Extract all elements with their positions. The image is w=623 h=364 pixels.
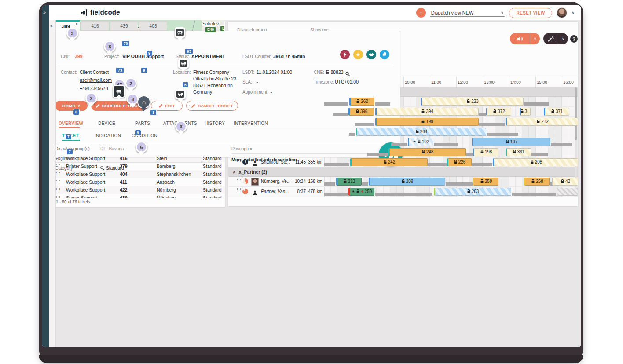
hour-label: 16:00 — [563, 80, 574, 84]
gantt-task-bar[interactable]: ★250 — [348, 188, 374, 196]
gantt-task-bar[interactable] — [557, 188, 578, 196]
road-number-badge: 6 — [182, 82, 189, 88]
engineer-distance: 478 km — [306, 189, 322, 194]
travel-bar — [479, 123, 505, 126]
map-cluster-marker[interactable]: 8 — [104, 40, 116, 52]
map-vehicle-marker[interactable] — [113, 85, 125, 98]
gantt-section-header[interactable]: ∧x_Partner (2) — [228, 167, 578, 177]
chevron-down-icon[interactable]: ∨ — [572, 11, 575, 15]
map-cluster-marker[interactable]: 2 — [125, 77, 137, 89]
gantt-task-bar[interactable]: 199 — [375, 118, 479, 126]
help-icon[interactable]: ? — [570, 35, 578, 43]
gantt-timeline[interactable]: 264 — [324, 127, 578, 137]
ticket-subcategory: Standard — [198, 164, 225, 169]
scrollbar[interactable] — [575, 87, 577, 192]
gantt-task-bar[interactable]: 262 — [349, 98, 374, 106]
map-collapse-strip[interactable]: » — [49, 20, 56, 157]
field-label: Engineer — [55, 157, 73, 161]
ticket-subcategory: Standard — [198, 187, 225, 193]
announce-button[interactable]: ∨ — [510, 33, 540, 44]
hour-label: 12:00 — [458, 80, 468, 84]
gantt-timeline[interactable]: 242226208 — [324, 157, 578, 167]
reset-view-button[interactable]: RESET VIEW — [509, 8, 553, 18]
ticket-row[interactable]: ⋮⋮ Workplace Support 404 Stephanskirchen… — [52, 170, 225, 178]
gantt-task-bar[interactable]: 198 — [473, 148, 498, 156]
gantt-task-bar[interactable]: 394 — [375, 108, 479, 116]
left-collapse-strip[interactable]: » — [42, 5, 49, 347]
map-vehicle-marker[interactable] — [178, 58, 189, 69]
road-number-badge: 93 — [185, 48, 193, 55]
travel-bar — [472, 163, 492, 166]
travel-bar — [391, 143, 407, 146]
gantt-task-bar[interactable]: 264 — [356, 128, 486, 136]
ticket-cni: 411 — [115, 179, 152, 185]
hour-label: 11:00 — [431, 80, 441, 84]
gantt-timeline[interactable]: 21320925826842 — [324, 177, 578, 186]
chevron-down-icon[interactable]: ∨ — [530, 33, 540, 44]
ticket-row[interactable]: ⋮⋮ Workplace Support 411 Ansbach Standar… — [52, 178, 225, 186]
field-value[interactable]: - — [100, 157, 102, 161]
gantt-task-bar[interactable]: 213 — [336, 178, 362, 186]
ticket-row[interactable]: ⋮⋮ Workplace Support 422 Nürnberg Standa… — [52, 186, 225, 194]
gantt-task-bar[interactable]: 371 — [544, 108, 569, 116]
view-select[interactable]: Dispatch view NEW ∨ — [430, 9, 505, 17]
gantt-task-bar[interactable]: 361 — [506, 148, 531, 156]
engineer-start-time: 10:34 — [292, 179, 306, 184]
hour-label: 10:00 — [405, 80, 415, 84]
gantt-task-bar[interactable]: 258 — [473, 178, 498, 186]
gantt-task-bar[interactable]: 197 — [472, 138, 550, 146]
field-label: Category — [55, 166, 73, 171]
map-vehicle-marker[interactable] — [175, 27, 185, 38]
gantt-task-bar[interactable]: 248 — [388, 148, 466, 156]
chevron-down-icon[interactable]: ∨ — [558, 33, 568, 44]
gantt-task-bar[interactable]: 263 — [434, 188, 511, 196]
road-number-badge: 3 — [150, 109, 157, 116]
gantt-task-bar[interactable]: 209 — [369, 178, 445, 186]
gantt-task-bar[interactable]: ★192 — [408, 138, 433, 146]
map-cluster-marker[interactable]: 3 — [66, 27, 78, 39]
map-cluster-marker[interactable]: 3 — [127, 93, 139, 105]
gantt-timeline[interactable]: 262223 — [324, 97, 578, 106]
drag-handle-icon[interactable]: ⋮⋮ — [235, 178, 242, 182]
upload-icon[interactable]: ↑ — [416, 8, 426, 18]
engineer-name[interactable]: Nürnberg, Ve... — [261, 179, 293, 184]
map-vehicle-marker[interactable] — [175, 89, 186, 99]
field-value[interactable]: Standard — [100, 166, 124, 171]
fieldcode-logo: fieldcode — [81, 8, 120, 16]
chevron-up-icon: ∧ — [233, 170, 235, 174]
gantt-task-bar[interactable]: 223 — [421, 98, 524, 106]
gantt-timeline[interactable]: 3963943723...371 — [324, 107, 578, 116]
workload-pie-icon — [242, 189, 248, 194]
gantt-task-bar[interactable]: 3... — [520, 108, 531, 116]
auto-assign-button[interactable]: ∨ — [543, 33, 568, 44]
expand-icon[interactable]: » — [43, 10, 46, 15]
map-cluster-marker[interactable]: 3 — [175, 120, 187, 132]
lock-icon — [520, 109, 524, 113]
expand-icon[interactable]: » — [50, 24, 53, 29]
gantt-task-bar[interactable]: 226 — [447, 158, 472, 166]
search-icon — [100, 166, 104, 170]
ticket-row[interactable]: ⋮⋮ Printer Support 379 Bamberg Standard — [52, 162, 225, 170]
gantt-task-bar[interactable]: 372 — [486, 108, 511, 116]
travel-bar — [466, 153, 473, 156]
map-city-label: Sokolov — [202, 21, 219, 26]
engineer-name[interactable]: Partner, Van... — [261, 189, 293, 194]
gantt-row: ⋮⋮ Nürnberg, Ve... 10:34 168 km 21320925… — [228, 177, 578, 187]
gantt-task-bar[interactable]: 42 — [552, 178, 578, 186]
map-cluster-marker[interactable]: 2 — [85, 92, 97, 104]
gantt-task-bar[interactable]: 208 — [493, 158, 578, 166]
gantt-timeline[interactable]: ★250263 — [324, 187, 578, 197]
lock-icon — [531, 179, 535, 183]
gantt-task-bar[interactable]: 242 — [350, 158, 428, 166]
road-number-badge: 9 — [146, 50, 153, 56]
drag-handle-icon[interactable]: ⋮⋮ — [235, 188, 242, 192]
gantt-task-bar[interactable]: 396 — [348, 108, 374, 116]
travel-bar — [324, 182, 335, 186]
gantt-task-bar[interactable]: 268 — [524, 178, 550, 186]
road-number-badge: 70 — [121, 40, 130, 47]
gantt-task-bar[interactable]: 212 — [506, 118, 578, 126]
lock-icon — [480, 179, 484, 183]
map-home-marker[interactable]: ⌂ — [137, 95, 150, 109]
user-avatar[interactable] — [557, 7, 567, 18]
map-cluster-marker[interactable]: 6 — [136, 141, 147, 153]
